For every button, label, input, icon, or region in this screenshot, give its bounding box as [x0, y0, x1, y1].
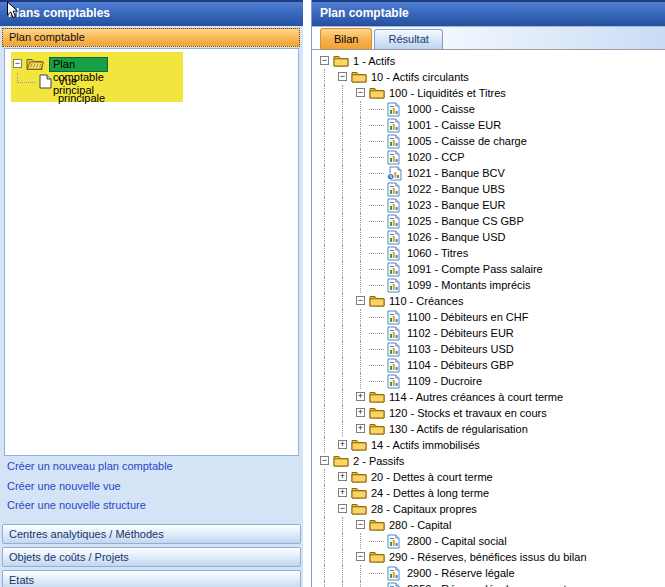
accordion-objets-de-couts[interactable]: Objets de coûts / Projets	[2, 547, 301, 567]
tree-connector	[369, 125, 384, 126]
tree-row[interactable]: 1023 - Banque EUR	[312, 197, 665, 213]
tree-row-label: 10 - Actifs circulants	[371, 69, 469, 85]
tree-guide	[342, 549, 343, 565]
tree-connector	[369, 109, 384, 110]
tree-guide	[360, 213, 361, 229]
tree-guide	[324, 117, 325, 133]
tree-guide	[360, 101, 361, 117]
tree-guide	[324, 149, 325, 165]
collapse-toggle[interactable]: −	[356, 296, 365, 305]
tree-row[interactable]: +120 - Stocks et travaux en cours	[312, 405, 665, 421]
tree-row-label: 1060 - Titres	[407, 245, 468, 261]
collapse-toggle[interactable]: −	[356, 88, 365, 97]
expand-toggle[interactable]: +	[356, 392, 365, 401]
tree-row-label: 2950 - Réserve légale provenant	[407, 581, 567, 587]
tree-guide	[324, 165, 325, 181]
tree-row[interactable]: 1099 - Montants imprécis	[312, 277, 665, 293]
collapse-toggle[interactable]: −	[338, 504, 347, 513]
tree-guide	[324, 357, 325, 373]
tree-row[interactable]: 1020 - CCP	[312, 149, 665, 165]
link-create-plan[interactable]: Créer un nouveau plan comptable	[7, 460, 173, 472]
tree-row-label-selected: Plan comptable principal	[49, 57, 108, 72]
tree-row-label: 130 - Actifs de régularisation	[389, 421, 528, 437]
tree-guide	[360, 229, 361, 245]
tree-row[interactable]: 1104 - Débiteurs GBP	[312, 357, 665, 373]
tree-row[interactable]: 1026 - Banque USD	[312, 229, 665, 245]
accordion-etats[interactable]: Etats	[2, 570, 301, 587]
expand-toggle[interactable]: +	[338, 488, 347, 497]
tree-row-label: 1020 - CCP	[407, 149, 464, 165]
tree-guide	[342, 149, 343, 165]
tree-row-label: 1099 - Montants imprécis	[407, 277, 531, 293]
tree-guide	[342, 581, 343, 587]
collapse-toggle[interactable]: −	[356, 520, 365, 529]
tree-row[interactable]: 1022 - Banque UBS	[312, 181, 665, 197]
collapse-toggle[interactable]: −	[320, 456, 329, 465]
tree-row[interactable]: 1025 - Banque CS GBP	[312, 213, 665, 229]
tree-row[interactable]: 1005 - Caisse de charge	[312, 133, 665, 149]
accordion-centres-analytiques[interactable]: Centres analytiques / Méthodes	[2, 524, 301, 544]
collapse-toggle[interactable]: −	[338, 72, 347, 81]
tree-row[interactable]: +114 - Autres créances à court terme	[312, 389, 665, 405]
tree-row[interactable]: −10 - Actifs circulants	[312, 69, 665, 85]
expand-toggle[interactable]: +	[356, 408, 365, 417]
tree-guide	[324, 69, 325, 85]
left-panel-title: Plans comptables	[0, 0, 303, 26]
tree-row-label: 1023 - Banque EUR	[407, 197, 505, 213]
tree-row[interactable]: −110 - Créances	[312, 293, 665, 309]
tree-row[interactable]: 1060 - Titres	[312, 245, 665, 261]
tree-guide	[324, 181, 325, 197]
tree-row[interactable]: −280 - Capital	[312, 517, 665, 533]
tree-row[interactable]: 1103 - Débiteurs USD	[312, 341, 665, 357]
tree-row[interactable]: −28 - Capitaux propres	[312, 501, 665, 517]
tree-connector	[369, 221, 384, 222]
tree-row-label: 28 - Capitaux propres	[371, 501, 477, 517]
link-create-view[interactable]: Créer une nouvelle vue	[7, 480, 121, 492]
link-create-structure[interactable]: Créer une nouvelle structure	[7, 499, 146, 511]
accordion-plan-comptable[interactable]: Plan comptable	[2, 28, 300, 47]
tree-row[interactable]: −290 - Réserves, bénéfices issus du bila…	[312, 549, 665, 565]
tree-row-label: 2900 - Réserve légale	[407, 565, 515, 581]
tree-row[interactable]: +14 - Actifs immobilisés	[312, 437, 665, 453]
tree-row[interactable]: −100 - Liquidités et Titres	[312, 85, 665, 101]
tree-row[interactable]: 1001 - Caisse EUR	[312, 117, 665, 133]
tree-row[interactable]: 1109 - Ducroire	[312, 373, 665, 389]
tree-connector	[369, 157, 384, 158]
expand-toggle[interactable]: +	[338, 472, 347, 481]
collapse-toggle[interactable]: −	[356, 552, 365, 561]
tree-guide	[342, 133, 343, 149]
tree-row[interactable]: −1 - Actifs	[312, 53, 665, 69]
tree-connector	[369, 365, 384, 366]
tree-row[interactable]: +20 - Dettes à court terme	[312, 469, 665, 485]
tree-connector	[369, 269, 384, 270]
tree-guide	[324, 421, 325, 437]
tree-row[interactable]: 1100 - Débiteurs en CHF	[312, 309, 665, 325]
expand-toggle[interactable]: +	[356, 424, 365, 433]
mouse-cursor-icon	[6, 1, 19, 22]
tree-row[interactable]: −2 - Passifs	[312, 453, 665, 469]
tree-row[interactable]: 2900 - Réserve légale	[312, 565, 665, 581]
tree-row[interactable]: 1000 - Caisse	[312, 101, 665, 117]
tree-guide	[342, 357, 343, 373]
tree-row-label: 1022 - Banque UBS	[407, 181, 505, 197]
tree-row[interactable]: 2800 - Capital social	[312, 533, 665, 549]
tab-bilan[interactable]: Bilan	[320, 28, 372, 49]
tree-row[interactable]: 1102 - Débiteurs EUR	[312, 325, 665, 341]
tab-resultat[interactable]: Résultat	[374, 29, 442, 49]
tree-row[interactable]: 1021 - Banque BCV	[312, 165, 665, 181]
tree-guide	[360, 373, 361, 389]
tree-guide	[360, 181, 361, 197]
tree-row-label: 110 - Créances	[389, 293, 463, 309]
tree-row[interactable]: +24 - Dettes à long terme	[312, 485, 665, 501]
tree-row[interactable]: 1091 - Compte Pass salaire	[312, 261, 665, 277]
tree-guide	[360, 581, 361, 587]
collapse-toggle[interactable]: −	[13, 59, 22, 68]
tree-guide	[342, 325, 343, 341]
tree-guide	[360, 133, 361, 149]
collapse-toggle[interactable]: −	[320, 56, 329, 65]
expand-toggle[interactable]: +	[338, 440, 347, 449]
tree-guide	[324, 245, 325, 261]
tree-row[interactable]: 2950 - Réserve légale provenant	[312, 581, 665, 587]
tree-row-label: 290 - Réserves, bénéfices issus du bilan	[389, 549, 587, 565]
tree-row[interactable]: +130 - Actifs de régularisation	[312, 421, 665, 437]
